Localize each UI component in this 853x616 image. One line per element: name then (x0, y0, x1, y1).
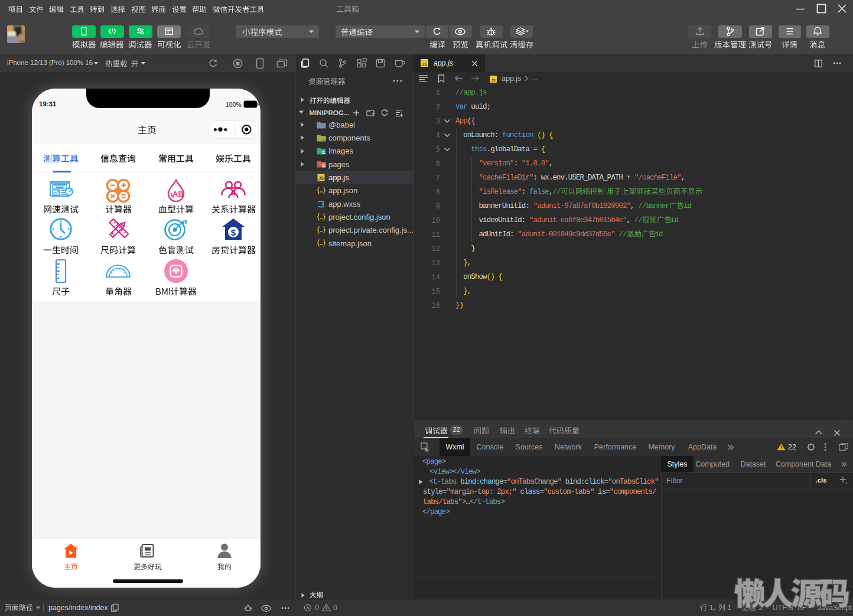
svg-text:AB: AB (172, 190, 184, 198)
svg-text:$: $ (231, 227, 236, 237)
svg-text:JS: JS (491, 79, 495, 82)
svg-text:JS: JS (422, 62, 428, 66)
svg-text:JS: JS (318, 175, 324, 181)
